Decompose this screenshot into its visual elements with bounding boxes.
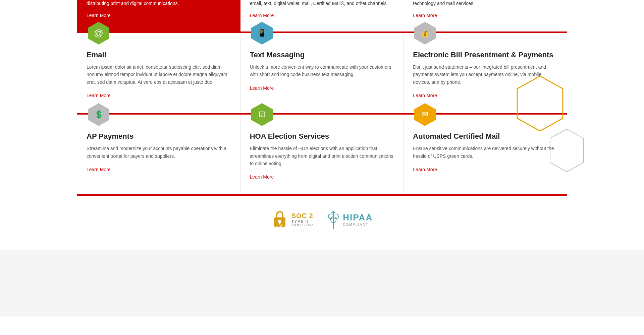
hipaa-sub-text: COMPLIANT (343, 223, 373, 226)
ap-payments-card: 💲 AP Payments Streamline and modernize y… (77, 115, 240, 194)
ebpp-card-title: Electronic Bill Presentment & Payments (413, 51, 557, 59)
hoa-icon-symbol: ☑ (259, 110, 265, 119)
ebpp-card: 💰 Electronic Bill Presentment & Payments… (404, 33, 567, 113)
certified-mail-card: ✉ Automated Certified Mail Ensure sensit… (404, 115, 567, 194)
certified-mail-desc: Ensure sensitive communications are deli… (413, 145, 557, 160)
bottom-row: 💲 AP Payments Streamline and modernize y… (0, 115, 644, 194)
ap-icon-symbol: 💲 (94, 110, 103, 119)
ap-payments-learn-more[interactable]: Learn More (87, 167, 111, 172)
bottom-gray-section (0, 250, 644, 317)
top-card-1-learn-more[interactable]: Learn More (87, 13, 111, 18)
hoa-election-desc: Eliminate the hassle of HOA elections wi… (250, 145, 394, 167)
hipaa-caduceus-icon (327, 210, 340, 229)
text-messaging-learn-more[interactable]: Learn More (250, 85, 274, 91)
email-learn-more[interactable]: Learn More (87, 93, 111, 98)
soc2-badge: SOC 2 TYPE II CERTIFIED (271, 209, 313, 229)
text-messaging-card-desc: Unlock a more convenient way to communic… (250, 63, 394, 78)
ap-payments-desc: Streamline and modernize your accounts p… (87, 145, 231, 160)
top-card-1-text: distributing print and digital communica… (87, 0, 231, 7)
top-card-3-learn-more[interactable]: Learn More (413, 13, 437, 18)
hoa-election-learn-more[interactable]: Learn More (250, 174, 274, 180)
ebpp-learn-more[interactable]: Learn More (413, 93, 437, 98)
soc2-certified: CERTIFIED (291, 223, 313, 227)
email-icon-symbol: @ (94, 28, 103, 39)
email-hex-icon: @ (87, 21, 111, 45)
soc2-title: SOC 2 (291, 212, 313, 219)
svg-rect-10 (279, 222, 280, 224)
text-messaging-card: 📱 Text Messaging Unlock a more convenien… (240, 33, 404, 113)
hoa-hex-icon: ☑ (250, 103, 274, 127)
ap-payments-title: AP Payments (87, 132, 231, 141)
email-card: @ Email Lorem ipsum dolor sit amet, cons… (77, 33, 240, 113)
top-card-2-text: email, text, digital wallet, mail, Certi… (250, 0, 394, 7)
certified-icon-symbol: ✉ (422, 110, 428, 119)
email-card-desc: Lorem ipsum dolor sit amet, consetetur s… (87, 63, 231, 86)
ebpp-icon-symbol: 💰 (421, 29, 429, 37)
ebpp-card-desc: Don't just send statements – our integra… (413, 63, 557, 86)
ebpp-hex-icon: 💰 (413, 21, 437, 45)
certified-mail-title: Automated Certified Mail (413, 132, 557, 141)
middle-row: @ Email Lorem ipsum dolor sit amet, cons… (0, 33, 644, 113)
hipaa-text-block: HIPAA COMPLIANT (343, 212, 373, 226)
soc2-lock-icon (271, 209, 288, 229)
footer-badges: SOC 2 TYPE II CERTIFIED HIPAA (0, 196, 644, 250)
page-wrapper: distributing print and digital communica… (0, 0, 644, 335)
hipaa-main-text: HIPAA (343, 212, 373, 223)
hipaa-badge: HIPAA COMPLIANT (327, 210, 373, 229)
soc2-text-block: SOC 2 TYPE II CERTIFIED (291, 212, 313, 227)
text-messaging-hex-icon: 📱 (250, 21, 274, 45)
top-card-2-learn-more[interactable]: Learn More (250, 13, 274, 18)
hoa-election-card: ☑ HOA Election Services Eliminate the ha… (240, 115, 404, 194)
certified-mail-hex-icon: ✉ (413, 103, 437, 127)
hoa-election-title: HOA Election Services (250, 132, 394, 141)
top-card-3-text: technology and mail services. (413, 0, 557, 7)
svg-point-12 (332, 211, 334, 213)
text-icon-symbol: 📱 (257, 29, 266, 38)
email-card-title: Email (87, 51, 231, 59)
certified-mail-learn-more[interactable]: Learn More (413, 167, 437, 172)
ap-payments-hex-icon: 💲 (87, 103, 111, 127)
text-messaging-card-title: Text Messaging (250, 51, 394, 59)
